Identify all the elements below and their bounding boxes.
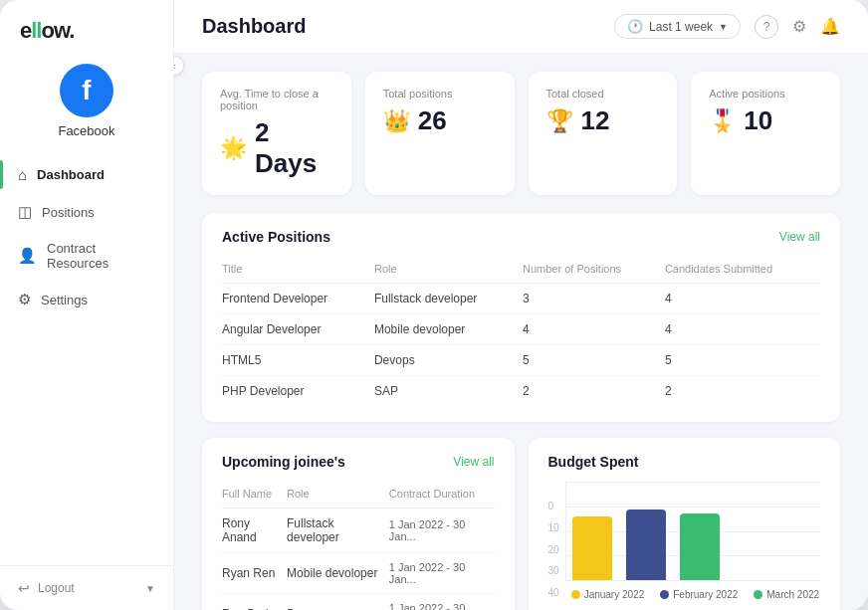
legend-item: January 2022 xyxy=(571,589,645,600)
legend-dot xyxy=(754,590,762,599)
table-row: Rony AnandFullstack developer1 Jan 2022 … xyxy=(222,508,495,553)
y-label-0: 0 xyxy=(548,501,559,511)
active-positions-title: Active Positions xyxy=(222,229,330,245)
legend-dot xyxy=(571,590,580,599)
dashboard-icon: ⌂ xyxy=(18,166,27,183)
cell-name: Ren Brain xyxy=(222,594,287,611)
sidebar: ellow. f Facebook ⌂ Dashboard ◫ Position… xyxy=(0,0,174,610)
cell-positions: 2 xyxy=(523,376,665,407)
dashboard-content: Avg. Time to close a position 🌟 2 Days T… xyxy=(174,54,868,610)
stat-icon-total-closed: 🏆 xyxy=(546,108,573,134)
cell-positions: 3 xyxy=(523,284,665,314)
cell-role: Fullstack developer xyxy=(287,508,389,553)
budget-chart-title: Budget Spent xyxy=(548,454,639,470)
stat-value-active-positions: 10 xyxy=(744,105,772,136)
active-positions-table: Title Role Number of Positions Candidate… xyxy=(222,257,820,406)
upcoming-joinees-view-all[interactable]: View all xyxy=(453,455,494,469)
logout-label: Logout xyxy=(38,581,75,595)
cell-role: Fullstack developer xyxy=(374,284,523,314)
y-label-10: 10 xyxy=(548,522,559,533)
table-row: Ryan RenMobile devoloper1 Jan 2022 - 30 … xyxy=(222,553,495,594)
sidebar-item-contract-resources[interactable]: 👤 Contract Resources xyxy=(0,231,173,281)
stat-label-active-positions: Active positions xyxy=(709,88,822,100)
sidebar-item-settings[interactable]: ⚙ Settings xyxy=(0,281,173,318)
col-name: Full Name xyxy=(222,482,287,508)
table-row: PHP DeveloperSAP22 xyxy=(222,376,820,407)
page-title: Dashboard xyxy=(202,15,306,38)
table-row: HTML5Devops55 xyxy=(222,345,820,376)
cell-title: Angular Developer xyxy=(222,314,374,345)
cell-duration: 1 Jan 2022 - 30 Jan... xyxy=(389,508,495,553)
legend-item: February 2022 xyxy=(660,589,738,600)
stat-icon-active-positions: 🎖️ xyxy=(709,108,736,134)
sidebar-profile: f Facebook xyxy=(0,54,173,156)
logout-chevron-icon: ▼ xyxy=(145,583,155,594)
stat-value-avg-time: 2 Days xyxy=(255,117,333,179)
stat-card-avg-time: Avg. Time to close a position 🌟 2 Days xyxy=(202,72,351,195)
stat-value-total-closed: 12 xyxy=(581,105,610,136)
header-actions: 🕐 Last 1 week ▼ ? ⚙ 🔔 xyxy=(614,14,840,39)
stat-card-total-closed: Total closed 🏆 12 xyxy=(529,72,678,195)
cell-role: Mobile devoloper xyxy=(287,553,389,594)
col-duration: Contract Duration xyxy=(389,482,495,508)
cell-positions: 5 xyxy=(523,345,665,376)
y-label-40: 40 xyxy=(548,587,559,598)
positions-icon: ◫ xyxy=(18,203,32,221)
sidebar-item-positions[interactable]: ◫ Positions xyxy=(0,193,173,231)
stat-card-active-positions: Active positions 🎖️ 10 xyxy=(691,72,840,195)
date-filter-label: Last 1 week xyxy=(649,20,713,34)
budget-chart-header: Budget Spent xyxy=(548,454,821,470)
sidebar-item-label: Dashboard xyxy=(37,167,105,182)
col-candidates: Candidates Submitted xyxy=(665,257,820,284)
active-positions-view-all[interactable]: View all xyxy=(779,230,820,244)
legend-item: March 2022 xyxy=(754,589,819,600)
upcoming-joinees-section: Upcoming joinee's View all Full Name Rol… xyxy=(202,438,515,610)
sidebar-item-label: Settings xyxy=(41,293,88,307)
main-header: Dashboard 🕐 Last 1 week ▼ ? ⚙ 🔔 xyxy=(174,0,868,54)
date-filter-button[interactable]: 🕐 Last 1 week ▼ xyxy=(614,14,741,39)
stat-label-total-closed: Total closed xyxy=(546,88,660,100)
upcoming-joinees-title: Upcoming joinee's xyxy=(222,454,345,470)
col-role-joinee: Role xyxy=(287,482,389,508)
avatar: f xyxy=(60,64,113,117)
chevron-down-icon: ▼ xyxy=(719,22,728,32)
cell-title: HTML5 xyxy=(222,345,374,376)
cell-positions: 4 xyxy=(523,314,665,345)
contract-icon: 👤 xyxy=(18,247,37,265)
cell-duration: 1 Jan 2022 - 30 Jan... xyxy=(389,594,495,611)
logout-button[interactable]: ↩ Logout ▼ xyxy=(0,565,173,610)
cell-role: Mobile devoloper xyxy=(374,314,523,345)
cell-candidates: 2 xyxy=(665,376,820,407)
avatar-icon: f xyxy=(82,77,91,104)
y-label-20: 20 xyxy=(548,544,559,555)
table-row: Frontend DeveloperFullstack developer34 xyxy=(222,284,820,314)
cell-role: Devops xyxy=(374,345,523,376)
chart-bar xyxy=(572,516,612,580)
stat-label-avg-time: Avg. Time to close a position xyxy=(220,88,333,111)
bell-icon[interactable]: 🔔 xyxy=(820,17,840,36)
active-positions-section: Active Positions View all Title Role Num… xyxy=(202,213,840,422)
chart-bar xyxy=(626,509,666,580)
upcoming-joinees-header: Upcoming joinee's View all xyxy=(222,454,495,470)
company-name: Facebook xyxy=(58,123,114,138)
sidebar-item-dashboard[interactable]: ⌂ Dashboard xyxy=(0,156,173,193)
cell-title: Frontend Developer xyxy=(222,284,374,314)
stats-row: Avg. Time to close a position 🌟 2 Days T… xyxy=(202,72,840,195)
chart-bars xyxy=(565,482,820,581)
table-row: Angular DeveloperMobile devoloper44 xyxy=(222,314,820,345)
stat-card-total-positions: Total positions 👑 26 xyxy=(365,72,515,195)
upcoming-joinees-table: Full Name Role Contract Duration Rony An… xyxy=(222,482,495,610)
cell-name: Rony Anand xyxy=(222,508,287,553)
col-title: Title xyxy=(222,257,374,284)
clock-icon: 🕐 xyxy=(627,19,643,34)
help-icon[interactable]: ? xyxy=(755,15,778,39)
cell-role: SAP xyxy=(374,376,523,407)
main-content: ‹ Dashboard 🕐 Last 1 week ▼ ? ⚙ 🔔 Avg. T… xyxy=(174,0,868,610)
chart-legend: January 2022February 2022March 2022 xyxy=(565,589,820,600)
settings-nav-icon: ⚙ xyxy=(18,291,31,308)
cell-candidates: 4 xyxy=(665,314,820,345)
settings-icon[interactable]: ⚙ xyxy=(792,17,806,36)
chart-y-axis: 40 30 20 10 0 xyxy=(548,501,559,600)
cell-name: Ryan Ren xyxy=(222,553,287,594)
legend-dot xyxy=(660,590,669,599)
